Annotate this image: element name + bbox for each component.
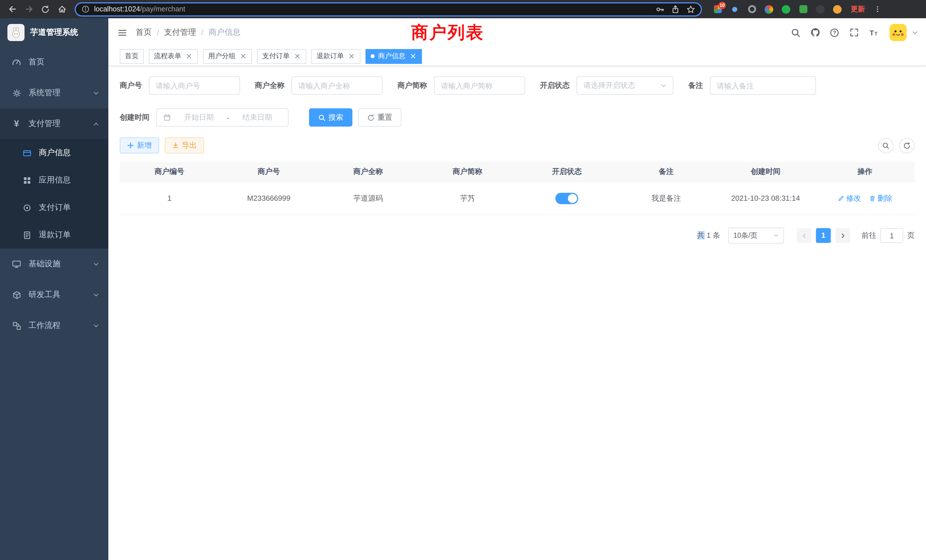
tab-label: 首页 (125, 51, 139, 61)
payment-submenu: 商户信息 应用信息 支付订单 (0, 139, 108, 249)
breadcrumb-item-payment[interactable]: 支付管理 (164, 27, 196, 38)
site-info-icon[interactable] (82, 5, 89, 13)
sidebar-item-payment[interactable]: ¥ 支付管理 (0, 108, 108, 139)
sidebar-item-merchant-info[interactable]: 商户信息 (0, 139, 108, 166)
search-icon[interactable] (788, 25, 803, 40)
fullscreen-icon[interactable] (846, 25, 862, 40)
pagination-total: 共 1 条 (697, 230, 720, 241)
sidebar-item-payment-order[interactable]: 支付订单 (0, 194, 108, 221)
browser-forward-button[interactable] (21, 2, 36, 17)
extension-icon-4[interactable] (761, 2, 776, 17)
browser-update-button[interactable]: 更新 (851, 4, 865, 14)
extension-icon-7[interactable] (813, 2, 828, 17)
column-header: 创建时间 (716, 162, 816, 182)
tab-home[interactable]: 首页 (120, 49, 144, 64)
github-icon[interactable] (807, 25, 823, 40)
search-button[interactable]: 搜索 (309, 108, 353, 127)
tab-label: 退款订单 (316, 51, 344, 61)
merchant-no-input[interactable] (149, 76, 240, 95)
page-size-select[interactable]: 10条/页 (728, 227, 784, 244)
share-icon[interactable] (668, 2, 682, 16)
filter-row-1: 商户号 商户全称 商户简称 开启状态 请选择开启状态 (120, 76, 915, 95)
breadcrumb: 首页 / 支付管理 / 商户信息 (136, 27, 241, 38)
page-unit-label: 页 (907, 230, 915, 241)
tab-refund-order[interactable]: 退款订单 (311, 49, 360, 64)
download-icon (172, 142, 179, 149)
tab-payment-order[interactable]: 支付订单 (257, 49, 306, 64)
browser-reload-button[interactable] (38, 2, 53, 17)
refresh-button[interactable] (899, 138, 915, 153)
browser-extensions: 10 (710, 2, 845, 17)
delete-link[interactable]: 删除 (869, 193, 892, 203)
sidebar-item-refund-order[interactable]: 退款订单 (0, 221, 108, 249)
sidebar-item-app-info[interactable]: 应用信息 (0, 166, 108, 194)
app-logo[interactable]: 芋道管理系统 (0, 18, 108, 47)
font-size-icon[interactable]: TT (865, 25, 881, 40)
kebab-menu-icon (873, 5, 881, 13)
goto-page-input[interactable] (881, 228, 903, 243)
edit-link[interactable]: 修改 (838, 193, 861, 203)
help-icon[interactable]: ? (827, 25, 842, 40)
browser-back-button[interactable] (5, 2, 20, 17)
merchant-name-input[interactable] (291, 76, 383, 95)
merchant-table: 商户编号 商户号 商户全称 商户简称 开启状态 备注 创建时间 操作 1 M23… (120, 162, 915, 215)
table-toolbar: 新增 导出 (120, 138, 915, 153)
active-tab-dot (371, 54, 375, 58)
sidebar-item-home[interactable]: 首页 (0, 47, 108, 77)
next-page-button[interactable] (835, 228, 850, 243)
status-toggle[interactable] (555, 192, 578, 204)
hide-search-button[interactable] (878, 138, 894, 153)
reset-button[interactable]: 重置 (358, 108, 401, 127)
extension-badge: 10 (719, 2, 726, 9)
page-button-1[interactable]: 1 (816, 228, 831, 243)
sidebar-item-system[interactable]: 系统管理 (0, 77, 108, 108)
chevron-down-icon (773, 233, 779, 238)
export-button[interactable]: 导出 (165, 138, 204, 153)
extension-icon-1[interactable]: 10 (710, 2, 725, 17)
extension-icon-3[interactable] (744, 2, 760, 17)
close-icon[interactable] (293, 52, 301, 60)
bookmark-star-icon[interactable] (684, 2, 698, 16)
close-icon[interactable] (185, 52, 193, 60)
sidebar-item-label: 退款订单 (39, 230, 71, 240)
breadcrumb-separator: / (201, 28, 204, 37)
tab-merchant-info[interactable]: 商户信息 (366, 49, 422, 64)
sidebar-item-label: 首页 (29, 57, 44, 67)
remark-input[interactable] (710, 76, 816, 95)
sidebar-item-workflow[interactable]: 工作流程 (0, 310, 108, 341)
status-select[interactable]: 请选择开启状态 (576, 76, 673, 95)
add-button[interactable]: 新增 (120, 138, 159, 153)
browser-home-button[interactable] (54, 2, 70, 17)
trash-icon (869, 195, 876, 201)
merchant-short-name-input[interactable] (434, 76, 525, 95)
filter-label: 商户号 (120, 80, 142, 91)
extension-icon-5[interactable] (778, 2, 794, 17)
search-button-label: 搜索 (328, 112, 343, 123)
gear-icon (12, 89, 21, 97)
extension-icon-8[interactable] (830, 2, 845, 17)
extension-icon-2[interactable] (727, 2, 742, 17)
date-range-picker[interactable]: 开始日期 - 结束日期 (156, 108, 289, 127)
home-icon (57, 5, 67, 14)
avatar-caret-icon[interactable] (912, 29, 918, 36)
browser-menu-button[interactable] (870, 2, 885, 17)
tab-process-form[interactable]: 流程表单 (149, 49, 198, 64)
hamburger-icon (117, 28, 127, 37)
prev-page-button[interactable] (797, 228, 811, 243)
edit-link-label: 修改 (846, 193, 861, 203)
chevron-down-icon (93, 261, 99, 267)
search-icon (882, 142, 890, 149)
close-icon[interactable] (409, 52, 417, 60)
tab-user-group[interactable]: 用户分组 (203, 49, 252, 64)
breadcrumb-item-home[interactable]: 首页 (136, 27, 152, 38)
extension-icon-6[interactable] (796, 2, 811, 17)
close-icon[interactable] (239, 52, 247, 60)
close-icon[interactable] (347, 52, 355, 60)
filter-status: 开启状态 请选择开启状态 (540, 76, 673, 95)
address-bar[interactable]: localhost:1024/pay/merchant (75, 2, 702, 16)
password-key-icon[interactable] (653, 2, 667, 16)
sidebar-item-dev-tools[interactable]: 研发工具 (0, 279, 108, 310)
sidebar-toggle-button[interactable] (108, 18, 136, 47)
user-avatar[interactable] (890, 24, 906, 41)
sidebar-item-infrastructure[interactable]: 基础设施 (0, 249, 108, 279)
